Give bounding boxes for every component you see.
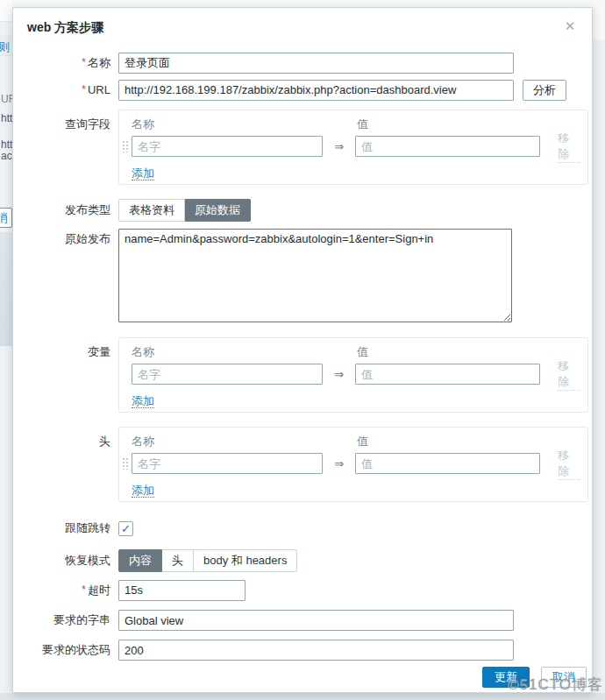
headers-row: 头 名称 值 ⇒ 移除 添加 [27, 427, 587, 502]
update-button[interactable]: 更新 [482, 667, 530, 688]
status-codes-label: 要求的状态码 [27, 640, 110, 661]
url-label: *URL [27, 79, 110, 101]
remove-link[interactable]: 移除 [558, 358, 580, 391]
pair-header: 名称 值 [132, 343, 580, 361]
follow-redirects-row: 跟随跳转 ✓ [27, 518, 587, 539]
add-link[interactable]: 添加 [132, 166, 154, 180]
name-column-header: 名称 [132, 344, 357, 360]
query-field-value-input[interactable] [355, 136, 540, 157]
close-icon[interactable]: ✕ [563, 19, 577, 33]
background-cancel-button-fragment[interactable]: 取消 [0, 208, 12, 228]
value-column-header: 值 [357, 117, 368, 132]
pair-row: ⇒ 移除 [132, 135, 580, 158]
required-marker: * [82, 583, 86, 596]
status-codes-row: 要求的状态码 [27, 640, 587, 661]
headers-box: 名称 值 ⇒ 移除 添加 [118, 427, 588, 502]
background-page-bottom [0, 693, 605, 700]
cancel-button[interactable]: 取消 [541, 667, 587, 688]
tab-raw-data[interactable]: 原始数据 [185, 199, 251, 222]
parse-button[interactable]: 分析 [523, 80, 566, 101]
background-page-left: 规则 URL http http acti 取消 [0, 0, 12, 700]
header-name-input[interactable] [132, 453, 323, 474]
post-type-tabs: 表格资料 原始数据 [118, 199, 251, 222]
required-marker: * [82, 83, 86, 95]
query-fields-label: 查询字段 [27, 110, 110, 133]
drag-handle-icon[interactable] [122, 457, 128, 470]
raw-post-label: 原始发布 [27, 229, 110, 250]
timeout-label: *超时 [27, 579, 110, 601]
drag-handle-icon[interactable] [122, 140, 128, 152]
query-field-name-input[interactable] [132, 136, 323, 157]
pair-header: 名称 值 [132, 433, 580, 450]
pair-row: ⇒ 移除 [132, 363, 580, 385]
status-codes-input[interactable] [118, 640, 514, 661]
value-column-header: 值 [357, 344, 368, 360]
url-row: *URL 分析 [27, 79, 587, 101]
name-label: *名称 [27, 52, 110, 74]
retrieve-mode-row: 恢复模式 内容 头 body 和 headers [27, 549, 587, 572]
required-marker: * [82, 56, 86, 68]
timeout-input[interactable] [118, 580, 246, 601]
header-value-input[interactable] [355, 453, 540, 474]
tab-body[interactable]: 内容 [118, 549, 162, 572]
variables-box: 名称 值 ⇒ 移除 添加 [118, 337, 588, 413]
add-link[interactable]: 添加 [132, 394, 154, 408]
background-shaded-area [0, 232, 12, 346]
query-fields-row: 查询字段 名称 值 ⇒ 移除 添加 [27, 110, 587, 185]
check-icon: ✓ [121, 523, 131, 534]
variable-name-input[interactable] [132, 364, 323, 385]
required-string-row: 要求的字串 [27, 610, 587, 631]
pair-arrow-icon: ⇒ [323, 140, 355, 153]
remove-link[interactable]: 移除 [558, 448, 580, 480]
headers-label: 头 [27, 427, 110, 450]
add-row: 添加 [132, 483, 580, 498]
pair-arrow-icon: ⇒ [323, 457, 355, 470]
remove-link[interactable]: 移除 [558, 131, 580, 163]
background-url-header-fragment: URL [1, 93, 12, 105]
query-fields-box: 名称 值 ⇒ 移除 添加 [118, 110, 588, 185]
variables-row: 变量 名称 值 ⇒ 移除 添加 [27, 337, 587, 413]
pair-header: 名称 值 [132, 116, 580, 133]
dialog-title: web 方案步骤 [27, 18, 587, 36]
dialog-footer: 更新 取消 [482, 667, 587, 688]
background-rule-link-fragment[interactable]: 规则 [0, 39, 12, 55]
post-type-row: 发布类型 表格资料 原始数据 [27, 199, 587, 222]
background-url-text-fragment: acti [1, 150, 12, 162]
name-column-header: 名称 [132, 434, 357, 449]
background-page-top [0, 0, 605, 7]
add-link[interactable]: 添加 [132, 484, 154, 498]
tab-headers[interactable]: 头 [162, 549, 194, 572]
pair-row: ⇒ 移除 [132, 452, 580, 475]
pair-arrow-icon: ⇒ [323, 368, 355, 381]
value-column-header: 值 [357, 434, 368, 449]
follow-redirects-label: 跟随跳转 [27, 518, 110, 539]
background-url-text-fragment: http [1, 138, 12, 151]
required-string-input[interactable] [118, 610, 514, 631]
background-page-right [593, 0, 605, 700]
add-row: 添加 [132, 166, 580, 181]
retrieve-mode-tabs: 内容 头 body 和 headers [118, 549, 297, 572]
tab-body-and-headers[interactable]: body 和 headers [194, 549, 297, 572]
post-type-label: 发布类型 [27, 200, 110, 221]
retrieve-mode-label: 恢复模式 [27, 550, 110, 571]
background-page-right-top [593, 0, 605, 39]
required-string-label: 要求的字串 [27, 610, 110, 631]
variables-label: 变量 [27, 337, 110, 361]
web-scenario-step-dialog: web 方案步骤 ✕ *名称 *URL 分析 查询字段 名称 值 [12, 7, 593, 693]
add-row: 添加 [132, 393, 580, 409]
raw-post-textarea[interactable]: name=Admin&password=zabbix&autologin=1&e… [118, 229, 512, 322]
background-row [0, 0, 12, 22]
name-column-header: 名称 [132, 117, 357, 132]
variable-value-input[interactable] [355, 364, 540, 385]
raw-post-row: 原始发布 name=Admin&password=zabbix&autologi… [27, 229, 587, 322]
tab-form-data[interactable]: 表格资料 [118, 199, 185, 222]
background-url-text-fragment: http [1, 112, 12, 124]
timeout-row: *超时 [27, 579, 587, 601]
follow-redirects-checkbox[interactable]: ✓ [118, 521, 133, 536]
name-input[interactable] [118, 53, 514, 74]
url-input[interactable] [118, 80, 514, 101]
name-row: *名称 [27, 52, 587, 74]
